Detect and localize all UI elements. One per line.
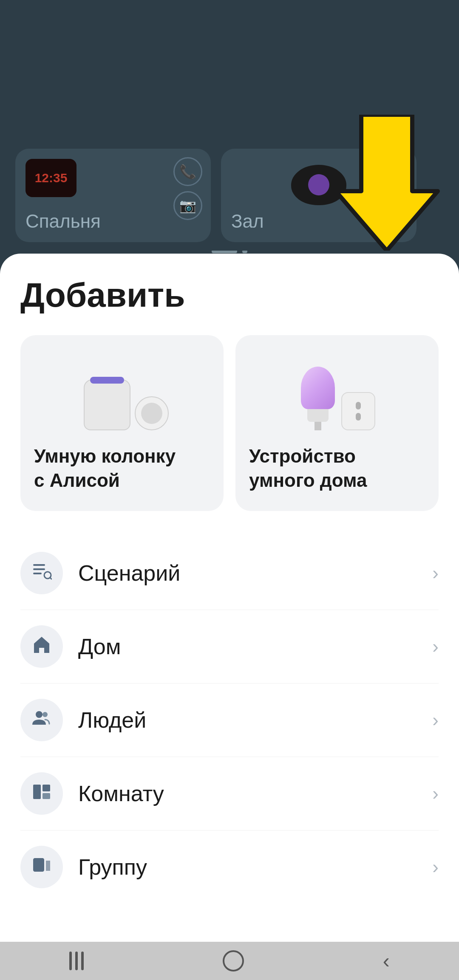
bulb-base: [307, 409, 329, 422]
home-icon-wrap: [20, 625, 63, 668]
room-icon-wrap: [20, 772, 63, 815]
recent-icon: [69, 952, 84, 970]
nav-bar: ‹: [0, 942, 459, 980]
device-illustration: [290, 354, 384, 430]
svg-line-4: [50, 578, 51, 579]
bottom-sheet: Добавить Умную колонкус Алисой: [0, 254, 459, 942]
menu-list: Сценарий › Дом ›: [20, 537, 439, 904]
scenario-chevron-icon: ›: [432, 562, 439, 584]
menu-item-people[interactable]: Людей ›: [20, 683, 439, 757]
menu-item-home[interactable]: Дом ›: [20, 610, 439, 683]
clock-device: 12:35: [26, 159, 76, 197]
svg-rect-0: [33, 564, 45, 566]
smart-speaker-image: [34, 354, 210, 430]
speaker-small-body: [135, 396, 169, 430]
smart-device-label: Устройствоумного дома: [249, 444, 367, 492]
nav-back-button[interactable]: ‹: [383, 951, 390, 971]
bulb-illustration: [299, 367, 337, 430]
group-label: Группу: [78, 854, 432, 880]
speaker-inner: [308, 174, 329, 195]
scenario-label: Сценарий: [78, 560, 432, 586]
people-icon: [31, 708, 52, 733]
group-icon-wrap: [20, 846, 63, 888]
device-card-bedroom[interactable]: 12:35 📞 📷 Спальня: [15, 149, 211, 242]
people-chevron-icon: ›: [432, 709, 439, 731]
plug-illustration: [341, 392, 375, 430]
room-icon: [31, 781, 52, 806]
card-icons: 📞 📷: [173, 157, 202, 220]
home-nav-icon: [223, 950, 244, 972]
menu-item-scenario[interactable]: Сценарий ›: [20, 537, 439, 610]
people-label: Людей: [78, 707, 432, 733]
speaker-small-ring: [141, 403, 162, 424]
add-cards: Умную колонкус Алисой Устройствоумног: [20, 335, 439, 511]
speaker-main-body: [84, 379, 130, 430]
svg-point-6: [42, 712, 48, 717]
group-chevron-icon: ›: [432, 856, 439, 878]
scenario-icon: [31, 561, 52, 586]
room-label: Комнату: [78, 781, 432, 806]
sheet-title: Добавить: [20, 276, 439, 315]
svg-point-5: [36, 711, 42, 718]
card-hall-label: Зал: [231, 211, 406, 232]
card-icons-hall: 📞: [379, 157, 408, 186]
menu-item-group[interactable]: Группу ›: [20, 830, 439, 904]
scenario-icon-wrap: [20, 552, 63, 594]
speaker-illustration: [75, 354, 169, 430]
phone-icon: 📞: [173, 157, 202, 186]
svg-rect-8: [42, 785, 50, 791]
svg-rect-9: [42, 793, 50, 799]
smart-device-image: [249, 354, 425, 430]
svg-rect-7: [33, 785, 41, 799]
group-icon: [31, 855, 52, 880]
smart-speaker-label: Умную колонкус Алисой: [34, 444, 176, 492]
home-chevron-icon: ›: [432, 636, 439, 657]
add-smart-speaker-card[interactable]: Умную колонкус Алисой: [20, 335, 224, 511]
menu-item-room[interactable]: Комнату ›: [20, 757, 439, 830]
svg-rect-2: [33, 573, 42, 574]
people-icon-wrap: [20, 699, 63, 741]
speaker-device: [291, 165, 346, 205]
device-card-hall[interactable]: 📞 Зал: [221, 149, 416, 242]
nav-recent-button[interactable]: [69, 952, 84, 970]
speaker-light: [90, 377, 124, 384]
camera-icon: 📷: [173, 191, 202, 220]
add-smart-device-card[interactable]: Устройствоумного дома: [235, 335, 439, 511]
bulb-pin: [314, 422, 321, 430]
device-cards-row: 12:35 📞 📷 Спальня 📞 Зал: [0, 133, 459, 242]
home-label: Дом: [78, 634, 432, 659]
back-icon: ‹: [383, 951, 390, 971]
bulb-head: [301, 367, 335, 409]
plug-hole-1: [356, 402, 361, 410]
plug-hole-2: [356, 413, 361, 421]
svg-rect-1: [33, 568, 45, 570]
phone-icon-2: 📞: [379, 157, 408, 186]
room-chevron-icon: ›: [432, 783, 439, 804]
nav-home-button[interactable]: [223, 950, 244, 972]
home-icon: [31, 634, 52, 659]
